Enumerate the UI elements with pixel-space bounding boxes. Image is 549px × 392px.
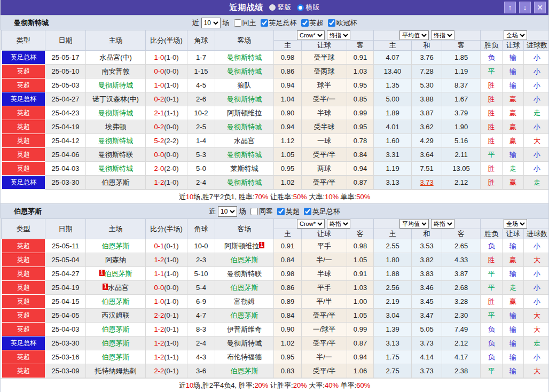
score-cell: 5-2(2-2) [146, 134, 187, 148]
goals-result-cell: 大 [524, 253, 549, 267]
bookmaker-select[interactable]: Crow* [297, 219, 325, 229]
near-count-select[interactable]: 10 [201, 18, 221, 28]
halftime-score: (2-0) [164, 164, 178, 173]
home-team-name: 伯恩茅斯 [102, 325, 130, 333]
handicap-result-value: 输 [509, 339, 516, 347]
avg-away-cell: 2.68 [442, 281, 481, 295]
goals-result-value: 小 [534, 297, 540, 305]
fulltime-score: 1-0 [154, 53, 164, 61]
odds-handicap-cell: 半球 [302, 106, 347, 120]
league-filter-checkbox[interactable] [328, 19, 335, 27]
halftime-score: (0-1) [164, 367, 178, 375]
home-team-name: 南安普敦 [102, 67, 130, 75]
avg-away-cell: 7.49 [442, 323, 481, 336]
radio-unselected-icon[interactable] [269, 4, 276, 11]
halftime-score: (1-0) [164, 81, 178, 89]
layout-vertical-option[interactable]: 竖版 [269, 3, 292, 12]
handicap-result-cell: 赢 [503, 253, 524, 267]
halftime-score: (1-0) [164, 297, 178, 305]
score-cell: 1-2(1-1) [146, 350, 187, 364]
result-value: 胜 [488, 256, 495, 264]
avg-away-cell: 2.38 [442, 364, 481, 378]
move-up-button[interactable]: ↑ [504, 2, 516, 13]
recent-summary-1: 近10场,胜7平2负1, 胜率:70% 让胜率:50% 大率:10% 单率:50… [1, 190, 548, 203]
odds-away-cell: 0.87 [347, 176, 374, 190]
competition-badge: 英足总杯 [2, 336, 45, 350]
titlebar: 近期战绩 竖版 横版 ↑ ↓ ✕ [1, 0, 548, 15]
odds-handicap-cell: 受半球 [302, 120, 347, 134]
period-select[interactable]: 全场 [504, 30, 527, 40]
col-odds-away: 客 [347, 229, 374, 239]
score-cell: 2-2(0-1) [146, 309, 187, 323]
home-team-name: 伯恩茅斯 [102, 297, 130, 305]
average-select[interactable]: 平均值 [399, 219, 429, 229]
league-filter-checkbox[interactable] [261, 19, 268, 27]
bookmaker-select[interactable]: Crow* [297, 30, 325, 40]
odds-handicap-cell: 受平/半 [302, 148, 347, 162]
halftime-score: (1-1) [164, 109, 178, 117]
radio-selected-icon[interactable] [297, 4, 304, 11]
home-team-name: 托特纳姆热刺 [95, 367, 137, 375]
red-card-badge: 1 [103, 284, 108, 290]
odds-away-cell: 0.94 [347, 350, 374, 364]
average-select[interactable]: 平均值 [399, 30, 429, 40]
col-home: 主场 [86, 30, 146, 51]
league-filter-checkbox[interactable] [304, 208, 311, 215]
league-filter-checkbox[interactable] [277, 208, 285, 215]
col-date: 日期 [45, 30, 86, 51]
result-cell: 胜 [481, 106, 503, 120]
result-cell: 胜 [481, 79, 503, 92]
match-row: 英超 25-04-19 埃弗顿 0-2(0-0) 2-5 曼彻斯特城 0.94 … [2, 120, 549, 134]
result-cell: 胜 [481, 162, 503, 176]
avg-stage-select[interactable]: 终指 [431, 30, 454, 40]
league-filter-label: 英超 [310, 18, 324, 28]
handicap-result-cell: 输 [503, 148, 524, 162]
near-count-select[interactable]: 10 [218, 206, 237, 217]
avg-home-cell: 4.07 [374, 51, 412, 65]
away-team-name: 曼彻斯特城 [227, 151, 262, 159]
period-select[interactable]: 全场 [504, 219, 527, 229]
col-goals: 进球数 [524, 229, 549, 239]
arrow-down-icon: ↓ [523, 3, 527, 12]
home-team-cell: 伯恩茅斯 [86, 176, 146, 190]
match-date: 25-04-27 [45, 267, 86, 281]
same-venue-checkbox[interactable] [234, 19, 241, 27]
odds-away-cell: 0.85 [347, 92, 374, 106]
move-down-button[interactable]: ↓ [519, 2, 531, 13]
layout-horizontal-option[interactable]: 横版 [297, 3, 320, 12]
goals-result-cell: 小 [524, 51, 549, 65]
vertical-option-label[interactable]: 竖版 [278, 3, 292, 12]
away-team-name: 布伦特福德 [227, 353, 262, 361]
home-team-name: 伯恩茅斯 [105, 270, 132, 278]
odds-stage-select[interactable]: 终指 [327, 30, 350, 40]
col-corner: 角球 [187, 30, 215, 51]
home-team-cell: 伯恩茅斯 [86, 323, 146, 336]
away-team-cell: 伯恩茅斯 [215, 253, 274, 267]
avg-draw-value: 3.45 [420, 297, 433, 305]
match-date: 25-04-23 [45, 106, 86, 120]
home-team-cell: 诺丁汉森林(中) [86, 92, 146, 106]
close-button[interactable]: ✕ [534, 2, 546, 13]
same-venue-label: 同主 [242, 18, 256, 28]
competition-badge: 英超 [2, 267, 45, 281]
goals-result-cell: 小 [524, 92, 549, 106]
away-team-cell: 曼彻斯特城 [215, 65, 274, 79]
avg-draw-value: 3.73 [420, 178, 433, 186]
odds-stage-select[interactable]: 终指 [327, 219, 350, 229]
col-handicap-result: 让球 [503, 229, 524, 239]
handicap-result-value: 输 [509, 367, 516, 375]
odds-away-cell: 0.98 [347, 239, 374, 253]
league-filter-checkbox[interactable] [301, 19, 309, 27]
avg-away-cell: 1.85 [442, 51, 481, 65]
horizontal-option-label[interactable]: 横版 [306, 3, 320, 12]
handicap-result-value: 赢 [509, 123, 516, 131]
avg-stage-select[interactable]: 终指 [431, 219, 454, 229]
same-venue-checkbox[interactable] [250, 208, 258, 215]
goals-result-value: 小 [534, 270, 540, 278]
score-cell: 2-1(1-1) [146, 106, 187, 120]
fulltime-score: 2-1 [154, 109, 164, 117]
fulltime-score: 1-2 [154, 178, 164, 186]
result-value: 胜 [488, 297, 495, 305]
handicap-result-cell: 赢 [503, 106, 524, 120]
result-value: 负 [488, 53, 495, 61]
